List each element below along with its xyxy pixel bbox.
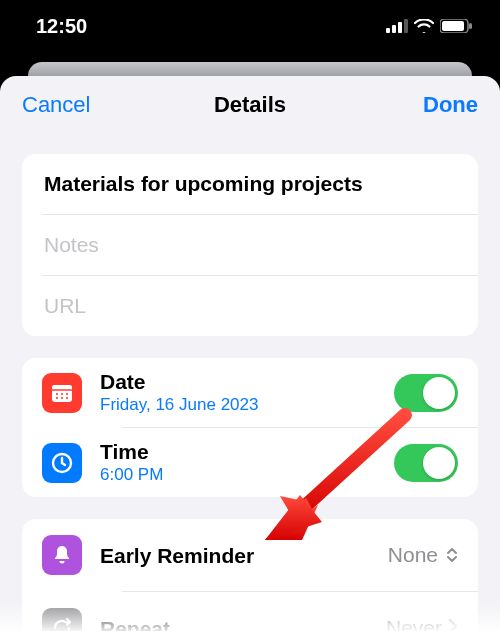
early-reminder-label: Early Reminder bbox=[100, 544, 388, 567]
svg-rect-2 bbox=[398, 22, 402, 33]
options-card: Early Reminder None Repeat Never bbox=[22, 519, 478, 631]
bell-icon bbox=[42, 535, 82, 575]
title-row[interactable] bbox=[22, 154, 478, 214]
chevron-right-icon bbox=[448, 618, 458, 631]
schedule-card: Date Friday, 16 June 2023 Time 6:00 PM bbox=[22, 358, 478, 497]
early-reminder-row[interactable]: Early Reminder None bbox=[22, 519, 478, 591]
status-indicators bbox=[386, 19, 472, 33]
notes-input[interactable] bbox=[42, 232, 458, 258]
notes-row[interactable] bbox=[22, 215, 478, 275]
date-value[interactable]: Friday, 16 June 2023 bbox=[100, 395, 394, 415]
date-toggle[interactable] bbox=[394, 374, 458, 412]
svg-point-10 bbox=[56, 392, 58, 394]
nav-bar: Cancel Details Done bbox=[0, 76, 500, 134]
date-label: Date bbox=[100, 370, 394, 393]
svg-rect-8 bbox=[52, 385, 72, 390]
svg-rect-1 bbox=[392, 25, 396, 33]
repeat-value: Never bbox=[386, 616, 442, 631]
wifi-icon bbox=[414, 19, 434, 33]
svg-point-15 bbox=[66, 396, 68, 398]
time-label: Time bbox=[100, 440, 394, 463]
early-reminder-value: None bbox=[388, 543, 438, 567]
repeat-icon bbox=[42, 608, 82, 631]
time-row[interactable]: Time 6:00 PM bbox=[22, 428, 478, 497]
clock-icon bbox=[42, 443, 82, 483]
svg-rect-5 bbox=[442, 21, 464, 31]
done-button[interactable]: Done bbox=[423, 92, 478, 118]
status-bar: 12:50 bbox=[0, 0, 500, 52]
battery-icon bbox=[440, 19, 472, 33]
svg-point-11 bbox=[61, 392, 63, 394]
svg-point-12 bbox=[66, 392, 68, 394]
calendar-icon bbox=[42, 373, 82, 413]
svg-rect-6 bbox=[469, 23, 472, 29]
title-input[interactable] bbox=[42, 171, 458, 197]
time-toggle[interactable] bbox=[394, 444, 458, 482]
time-value[interactable]: 6:00 PM bbox=[100, 465, 394, 485]
repeat-label: Repeat bbox=[100, 617, 386, 631]
updown-icon bbox=[446, 546, 458, 564]
svg-point-14 bbox=[61, 396, 63, 398]
details-sheet: Cancel Details Done bbox=[0, 76, 500, 631]
url-input[interactable] bbox=[42, 293, 458, 319]
svg-rect-0 bbox=[386, 28, 390, 33]
url-row[interactable] bbox=[22, 276, 478, 336]
cellular-icon bbox=[386, 19, 408, 33]
date-row[interactable]: Date Friday, 16 June 2023 bbox=[22, 358, 478, 427]
repeat-row[interactable]: Repeat Never bbox=[22, 592, 478, 631]
cancel-button[interactable]: Cancel bbox=[22, 92, 90, 118]
info-card bbox=[22, 154, 478, 336]
status-time: 12:50 bbox=[36, 15, 87, 38]
svg-rect-3 bbox=[404, 19, 408, 33]
svg-point-13 bbox=[56, 396, 58, 398]
